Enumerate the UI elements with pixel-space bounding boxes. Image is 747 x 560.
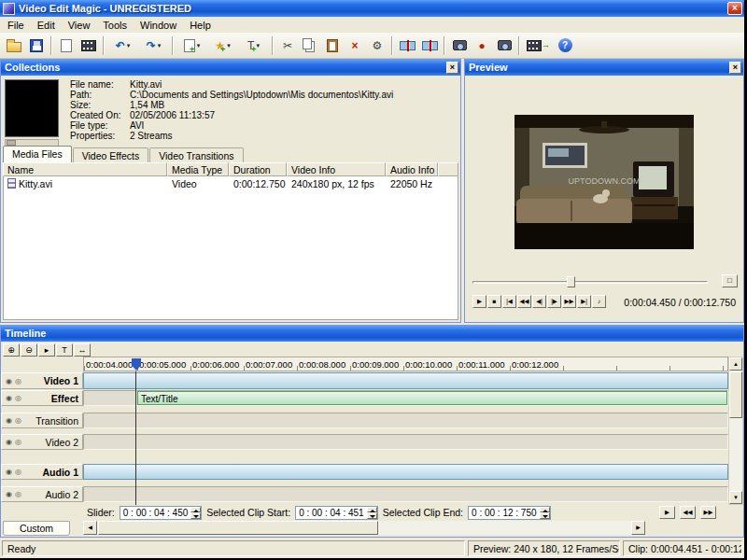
properties-button[interactable]: ⚙ (366, 35, 388, 56)
spin-down-button[interactable] (367, 512, 377, 519)
track-label-video-1[interactable]: ◉◎Video 1 (1, 372, 83, 389)
clip-end-value[interactable]: 0 : 00 : 12 : 750 (469, 507, 540, 519)
track-mute-icon[interactable]: ◉ (6, 490, 12, 498)
column-header-duration[interactable]: Duration (229, 162, 287, 176)
column-header-media-type[interactable]: Media Type (167, 162, 229, 176)
capture-video-button[interactable] (448, 35, 471, 56)
tab-video-effects[interactable]: Video Effects (73, 147, 149, 162)
track-label-audio-1[interactable]: ◉◎Audio 1 (1, 464, 83, 480)
menu-help[interactable]: Help (183, 19, 218, 32)
export-frame-button[interactable] (78, 35, 100, 56)
track-label-effect[interactable]: ◉◎Effect (1, 390, 83, 406)
nav-play-button[interactable]: ▶ (659, 506, 675, 519)
clip-end-spinbox[interactable]: 0 : 00 : 12 : 750 (468, 506, 551, 520)
nav-prev-clip-button[interactable]: ◀◀ (680, 506, 696, 519)
import-media-button[interactable] (55, 35, 78, 56)
collections-close-button[interactable]: × (446, 62, 458, 74)
preview-seek-slider[interactable] (472, 276, 708, 287)
track-enable-icon[interactable]: ◉ (6, 377, 12, 385)
slider-spinbox[interactable]: 0 : 00 : 04 : 450 (120, 506, 203, 520)
scroll-down-button[interactable]: ▼ (729, 491, 742, 504)
track-lock-icon[interactable]: ◎ (15, 416, 21, 425)
track-enable-icon[interactable]: ◉ (6, 438, 12, 446)
video-2-track-area[interactable] (83, 434, 728, 450)
tab-media-files[interactable]: Media Files (3, 146, 72, 162)
table-row[interactable]: Kitty.avi Video 0:00:12.750 240x180 px, … (4, 176, 458, 190)
track-lock-icon[interactable]: ◎ (15, 468, 21, 476)
fast-forward-button[interactable]: ▶▶ (562, 295, 576, 308)
step-back-button[interactable]: ◀| (532, 295, 546, 308)
scroll-up-button[interactable]: ▲ (729, 357, 742, 371)
track-lock-icon[interactable]: ◎ (15, 377, 21, 385)
menu-tools[interactable]: Tools (96, 19, 134, 32)
clip-start-spinbox[interactable]: 0 : 00 : 04 : 451 (295, 506, 378, 520)
step-forward-button[interactable]: |▶ (547, 295, 561, 308)
track-lock-icon[interactable]: ◎ (15, 394, 21, 402)
scroll-right-button[interactable]: ▶ (631, 521, 645, 535)
video-1-clip[interactable] (83, 372, 728, 389)
column-header-audio-info[interactable]: Audio Info (386, 162, 438, 176)
paste-button[interactable] (321, 35, 344, 56)
capture-still-button[interactable] (493, 35, 515, 56)
add-media-button[interactable]: +▾ (176, 35, 207, 56)
track-lock-icon[interactable]: ◎ (15, 438, 21, 446)
tab-video-transitions[interactable]: Video Transitions (149, 147, 243, 162)
make-movie-button[interactable]: → (523, 35, 554, 56)
play-button[interactable]: ▶ (472, 295, 486, 308)
spin-down-button[interactable] (540, 512, 550, 519)
pan-tool-button[interactable]: ↔ (74, 343, 91, 357)
combine-clip-button[interactable] (418, 35, 441, 56)
transition-track-area[interactable] (83, 413, 728, 428)
playhead-line[interactable] (135, 371, 136, 505)
track-mute-icon[interactable]: ◉ (6, 468, 12, 476)
track-label-audio-2[interactable]: ◉◎Audio 2 (1, 486, 83, 502)
text-title-tool-button[interactable]: T (56, 343, 73, 357)
column-header-name[interactable]: Name (3, 162, 167, 176)
menu-file[interactable]: File (1, 19, 31, 32)
preview-close-button[interactable]: × (729, 62, 741, 74)
stop-button[interactable]: ■ (487, 295, 501, 308)
cut-button[interactable]: ✂ (276, 35, 299, 56)
split-clip-button[interactable] (396, 35, 418, 56)
text-title-clip[interactable]: Text/Title (137, 391, 727, 405)
zoom-out-button[interactable]: ⊖ (21, 343, 37, 357)
timeline-vertical-scrollbar[interactable]: ▲ ▼ (728, 357, 743, 505)
skip-start-button[interactable]: |◀ (502, 295, 516, 308)
save-button[interactable] (25, 35, 48, 56)
record-audio-button[interactable]: ● (471, 35, 493, 56)
track-label-transition[interactable]: ◉◎Transition (1, 413, 83, 428)
effect-track-area[interactable]: Text/Title (83, 390, 728, 406)
slider-value[interactable]: 0 : 00 : 04 : 450 (120, 507, 191, 519)
skip-end-button[interactable]: ▶| (577, 295, 591, 308)
rewind-button[interactable]: ◀◀ (517, 295, 531, 308)
spin-down-button[interactable] (190, 512, 201, 519)
add-effect-button[interactable]: ★+▾ (207, 35, 238, 56)
nav-next-clip-button[interactable]: ▶▶ (700, 506, 716, 519)
select-tool-button[interactable]: ▸ (38, 343, 55, 357)
zoom-in-button[interactable]: ⊕ (3, 343, 20, 357)
timeline-horizontal-scrollbar[interactable]: ◀ ▶ (83, 521, 645, 535)
help-button[interactable]: ? (554, 35, 576, 56)
track-lock-icon[interactable]: ◎ (15, 490, 21, 498)
window-close-button[interactable]: × (727, 2, 742, 15)
scroll-left-button[interactable]: ◀ (83, 521, 97, 535)
menu-view[interactable]: View (62, 19, 97, 32)
volume-button[interactable]: ♪ (592, 295, 606, 308)
audio-2-track-area[interactable] (83, 486, 728, 502)
track-enable-icon[interactable]: ◉ (6, 394, 12, 402)
redo-button[interactable]: ↷▾ (138, 35, 169, 56)
detach-preview-button[interactable]: □ (722, 274, 738, 287)
track-label-video-2[interactable]: ◉◎Video 2 (1, 434, 83, 450)
horizontal-scroll-thumb[interactable] (98, 521, 378, 535)
copy-button[interactable] (299, 35, 321, 56)
menu-edit[interactable]: Edit (31, 19, 62, 32)
track-enable-icon[interactable]: ◉ (6, 416, 12, 425)
audio-1-clip[interactable] (83, 464, 728, 480)
delete-button[interactable]: × (344, 35, 366, 56)
timeline-tab-custom[interactable]: Custom (3, 521, 70, 536)
vertical-scroll-thumb[interactable] (729, 371, 742, 418)
menu-window[interactable]: Window (134, 19, 183, 32)
add-text-button[interactable]: T+▾ (238, 35, 269, 56)
seek-rail[interactable] (472, 281, 708, 284)
undo-button[interactable]: ↶▾ (107, 35, 138, 56)
